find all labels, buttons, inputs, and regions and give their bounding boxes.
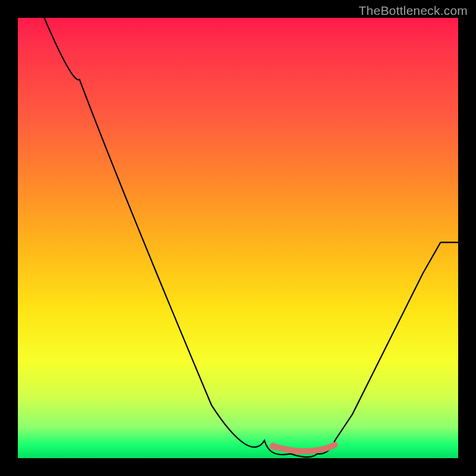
optimal-start-dot: [270, 443, 277, 450]
watermark-text: TheBottleneck.com: [359, 4, 468, 18]
plot-area: [18, 18, 458, 458]
curve-layer: [18, 18, 458, 458]
optimal-range-marker: [273, 445, 335, 451]
bottleneck-curve: [44, 18, 458, 457]
chart-frame: TheBottleneck.com: [0, 0, 476, 476]
